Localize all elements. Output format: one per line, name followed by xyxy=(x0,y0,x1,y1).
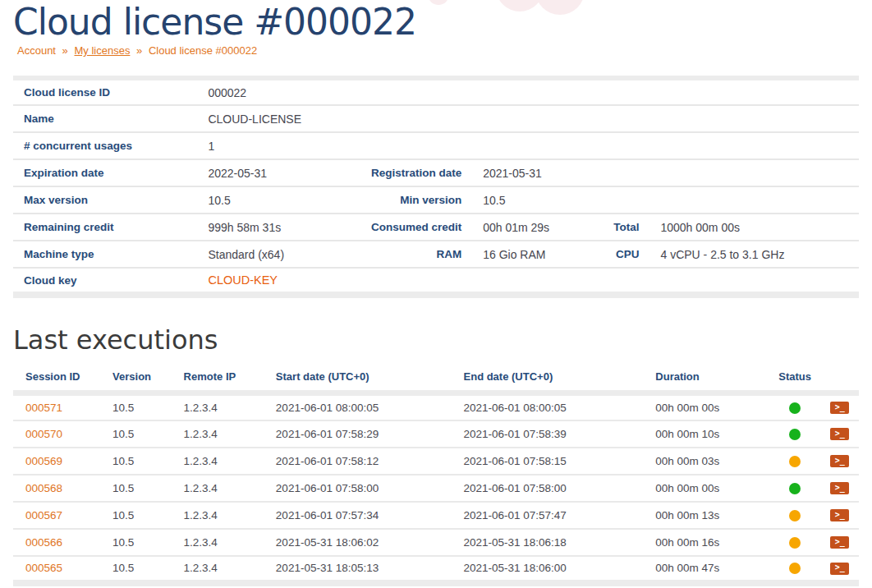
machine-type-value: Standard (x64) xyxy=(195,241,356,268)
last-executions-title: Last executions xyxy=(13,324,859,356)
duration-cell: 00h 00m 47s xyxy=(643,556,768,583)
breadcrumb-my-licenses-link[interactable]: My licenses xyxy=(74,44,130,57)
duration-cell: 00h 00m 10s xyxy=(643,420,768,448)
cloud-key-link[interactable]: CLOUD-KEY xyxy=(208,273,278,287)
min-version-value: 10.5 xyxy=(470,186,859,214)
version-cell: 10.5 xyxy=(100,475,172,502)
end-date-cell: 2021-05-31 18:06:00 xyxy=(452,556,644,583)
terminal-console-icon[interactable]: >_ xyxy=(830,402,849,414)
detail-label: Remaining credit xyxy=(13,214,195,241)
terminal-console-icon[interactable]: >_ xyxy=(830,563,849,575)
detail-row-versions: Max version 10.5 Min version 10.5 xyxy=(13,186,859,214)
license-name-value: CLOUD-LICENSE xyxy=(195,105,859,132)
breadcrumb-current-page: Cloud license #000022 xyxy=(149,44,257,57)
version-cell: 10.5 xyxy=(100,529,172,556)
terminal-console-icon[interactable]: >_ xyxy=(830,509,849,521)
page-title: Cloud license #000022 xyxy=(13,0,859,42)
execution-row: 000565 10.5 1.2.3.4 2021-05-31 18:05:13 … xyxy=(13,556,859,583)
terminal-console-icon[interactable]: >_ xyxy=(830,536,849,549)
actions-cell: >_ xyxy=(822,393,859,420)
session-link[interactable]: 000567 xyxy=(25,509,62,521)
execution-row: 000566 10.5 1.2.3.4 2021-05-31 18:06:02 … xyxy=(13,529,859,556)
session-link[interactable]: 000570 xyxy=(25,428,62,440)
status-cell xyxy=(769,475,822,502)
actions-cell: >_ xyxy=(822,556,859,583)
header-status: Status xyxy=(769,365,822,393)
remote-ip-cell: 1.2.3.4 xyxy=(172,529,264,556)
end-date-cell: 2021-06-01 08:00:05 xyxy=(452,393,644,420)
executions-header-row: Session ID Version Remote IP Start date … xyxy=(13,365,859,393)
session-link[interactable]: 000571 xyxy=(25,402,62,414)
actions-cell: >_ xyxy=(822,420,859,448)
end-date-cell: 2021-05-31 18:06:18 xyxy=(452,529,644,556)
detail-label: Name xyxy=(13,105,195,132)
breadcrumb-separator: » xyxy=(62,44,68,57)
start-date-cell: 2021-06-01 07:58:00 xyxy=(264,475,452,502)
detail-label: # concurrent usages xyxy=(13,132,195,159)
actions-cell: >_ xyxy=(822,502,859,529)
session-link[interactable]: 000569 xyxy=(25,455,62,467)
start-date-cell: 2021-06-01 07:57:34 xyxy=(264,502,452,529)
terminal-console-icon[interactable]: >_ xyxy=(830,428,849,440)
header-end-date: End date (UTC+0) xyxy=(452,365,644,393)
start-date-cell: 2021-06-01 07:58:29 xyxy=(264,420,452,448)
duration-cell: 00h 00m 00s xyxy=(643,393,768,420)
remote-ip-cell: 1.2.3.4 xyxy=(172,420,264,448)
session-id-cell: 000570 xyxy=(13,420,100,448)
execution-row: 000569 10.5 1.2.3.4 2021-06-01 07:58:12 … xyxy=(13,448,859,475)
session-id-cell: 000569 xyxy=(13,448,100,475)
status-cell xyxy=(769,502,822,529)
status-cell xyxy=(769,448,822,475)
header-version: Version xyxy=(100,365,172,393)
remote-ip-cell: 1.2.3.4 xyxy=(172,448,264,475)
detail-label: Expiration date xyxy=(13,159,195,186)
version-cell: 10.5 xyxy=(100,448,172,475)
remote-ip-cell: 1.2.3.4 xyxy=(172,502,264,529)
breadcrumb-account-link[interactable]: Account xyxy=(17,44,56,57)
detail-row-cloud-license-id: Cloud license ID 000022 xyxy=(13,78,859,105)
duration-cell: 00h 00m 03s xyxy=(643,448,768,475)
expiration-date-value: 2022-05-31 xyxy=(195,159,356,186)
session-id-cell: 000568 xyxy=(13,475,100,502)
total-credit-value: 1000h 00m 00s xyxy=(647,214,859,241)
start-date-cell: 2021-05-31 18:06:02 xyxy=(264,529,452,556)
terminal-console-icon[interactable]: >_ xyxy=(830,455,849,467)
main-content: Cloud license #000022 Account » My licen… xyxy=(0,0,872,586)
detail-row-cloud-key: Cloud key CLOUD-KEY xyxy=(13,268,859,295)
detail-label: Total xyxy=(588,214,647,241)
cloud-license-id-value: 000022 xyxy=(195,78,859,105)
max-version-value: 10.5 xyxy=(195,186,356,214)
cpu-value: 4 vCPU - 2.5 to 3.1 GHz xyxy=(647,241,859,268)
version-cell: 10.5 xyxy=(100,420,172,448)
remote-ip-cell: 1.2.3.4 xyxy=(172,556,264,583)
status-dot xyxy=(789,402,801,414)
status-cell xyxy=(769,556,822,583)
session-id-cell: 000566 xyxy=(13,529,100,556)
detail-row-dates: Expiration date 2022-05-31 Registration … xyxy=(13,159,859,186)
detail-label: RAM xyxy=(356,241,470,268)
detail-label: Cloud license ID xyxy=(13,78,195,105)
end-date-cell: 2021-06-01 07:58:00 xyxy=(452,475,644,502)
session-link[interactable]: 000565 xyxy=(25,562,62,574)
remaining-credit-value: 999h 58m 31s xyxy=(195,214,356,241)
terminal-console-icon[interactable]: >_ xyxy=(830,482,849,494)
detail-label: CPU xyxy=(588,241,647,268)
detail-label: Min version xyxy=(356,186,470,214)
version-cell: 10.5 xyxy=(100,502,172,529)
duration-cell: 00h 00m 00s xyxy=(643,475,768,502)
end-date-cell: 2021-06-01 07:57:47 xyxy=(452,502,644,529)
header-start-date: Start date (UTC+0) xyxy=(264,365,452,393)
session-link[interactable]: 000566 xyxy=(25,536,62,549)
detail-row-name: Name CLOUD-LICENSE xyxy=(13,105,859,132)
status-dot xyxy=(789,563,801,574)
session-id-cell: 000567 xyxy=(13,502,100,529)
actions-cell: >_ xyxy=(822,529,859,556)
detail-label: Registration date xyxy=(356,159,470,186)
detail-row-credit: Remaining credit 999h 58m 31s Consumed c… xyxy=(13,214,859,241)
duration-cell: 00h 00m 16s xyxy=(643,529,768,556)
session-link[interactable]: 000568 xyxy=(25,482,62,494)
start-date-cell: 2021-06-01 08:00:05 xyxy=(264,393,452,420)
end-date-cell: 2021-06-01 07:58:39 xyxy=(452,420,644,448)
detail-row-concurrent-usages: # concurrent usages 1 xyxy=(13,132,859,159)
execution-row: 000568 10.5 1.2.3.4 2021-06-01 07:58:00 … xyxy=(13,475,859,502)
